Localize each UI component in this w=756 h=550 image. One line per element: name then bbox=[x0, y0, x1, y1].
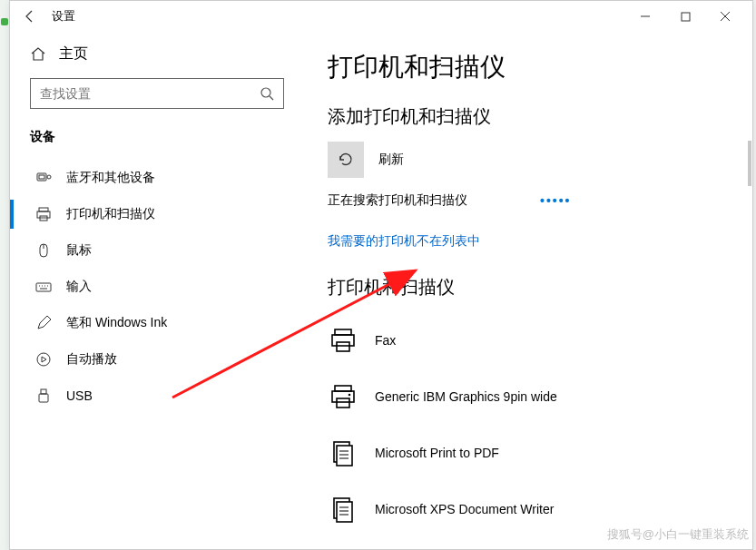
svg-rect-22 bbox=[332, 335, 354, 346]
print-to-pdf-icon bbox=[328, 437, 358, 468]
svg-rect-25 bbox=[332, 391, 354, 402]
sidebar-item-label: 鼠标 bbox=[66, 242, 92, 259]
add-heading: 添加打印机和扫描仪 bbox=[328, 104, 725, 129]
svg-point-6 bbox=[47, 175, 51, 179]
titlebar: 设置 bbox=[10, 1, 752, 32]
minimize-button[interactable] bbox=[625, 3, 665, 30]
svg-rect-34 bbox=[337, 502, 352, 522]
search-input[interactable] bbox=[40, 86, 260, 101]
page-title: 打印机和扫描仪 bbox=[328, 50, 725, 84]
mouse-icon bbox=[35, 242, 52, 259]
refresh-row: 刷新 bbox=[328, 142, 725, 178]
sidebar-item-autoplay[interactable]: 自动播放 bbox=[30, 341, 284, 378]
svg-rect-24 bbox=[335, 386, 351, 391]
sidebar-item-printers[interactable]: 打印机和扫描仪 bbox=[30, 196, 284, 232]
device-item[interactable]: Fax bbox=[328, 312, 725, 368]
sidebar-item-label: USB bbox=[66, 388, 93, 403]
device-name: Fax bbox=[375, 333, 396, 348]
svg-rect-5 bbox=[39, 175, 44, 179]
pen-icon bbox=[35, 315, 52, 331]
printer-icon bbox=[35, 206, 52, 222]
svg-point-27 bbox=[349, 394, 351, 397]
svg-rect-26 bbox=[337, 398, 349, 408]
device-list: Fax Generic IBM Graphics 9pin wide Micro… bbox=[328, 312, 725, 537]
main-panel: 打印机和扫描仪 添加打印机和扫描仪 刷新 正在搜索打印机和扫描仪 ••••• 我… bbox=[300, 32, 752, 549]
close-button[interactable] bbox=[705, 3, 745, 30]
svg-rect-12 bbox=[36, 283, 51, 291]
section-heading: 设备 bbox=[30, 129, 284, 145]
refresh-button[interactable] bbox=[328, 142, 364, 178]
svg-rect-29 bbox=[337, 446, 352, 466]
svg-rect-21 bbox=[335, 329, 351, 335]
printer-icon bbox=[328, 381, 358, 412]
sidebar-item-label: 笔和 Windows Ink bbox=[66, 315, 167, 331]
sidebar: 主页 设备 蓝牙和其他设备 打印机和扫描仪 鼠标 bbox=[10, 32, 300, 549]
refresh-label: 刷新 bbox=[378, 152, 404, 168]
list-heading: 打印机和扫描仪 bbox=[328, 275, 725, 300]
maximize-button[interactable] bbox=[665, 3, 705, 30]
search-box[interactable] bbox=[30, 78, 284, 109]
home-label: 主页 bbox=[59, 44, 88, 64]
sidebar-item-label: 输入 bbox=[66, 279, 92, 295]
background-app-slice bbox=[0, 0, 9, 550]
device-name: Microsoft Print to PDF bbox=[375, 446, 499, 460]
printer-not-listed-link[interactable]: 我需要的打印机不在列表中 bbox=[328, 233, 480, 250]
fax-icon bbox=[328, 325, 358, 356]
keyboard-icon bbox=[35, 279, 52, 295]
home-icon bbox=[30, 46, 46, 63]
svg-point-18 bbox=[37, 353, 50, 366]
back-button[interactable] bbox=[17, 4, 43, 29]
xps-writer-icon bbox=[328, 494, 358, 525]
device-name: Microsoft XPS Document Writer bbox=[375, 502, 554, 516]
search-icon bbox=[260, 86, 274, 101]
svg-line-3 bbox=[270, 96, 273, 100]
svg-point-2 bbox=[261, 88, 270, 97]
sidebar-item-usb[interactable]: USB bbox=[30, 378, 284, 414]
sidebar-item-label: 自动播放 bbox=[66, 351, 117, 368]
sidebar-item-label: 蓝牙和其他设备 bbox=[66, 170, 155, 186]
bluetooth-icon bbox=[35, 170, 52, 186]
settings-window: 设置 主页 设备 bbox=[9, 0, 753, 550]
svg-rect-19 bbox=[41, 389, 46, 394]
svg-rect-20 bbox=[39, 394, 48, 402]
home-link[interactable]: 主页 bbox=[30, 41, 284, 78]
svg-rect-7 bbox=[39, 208, 48, 211]
sidebar-item-typing[interactable]: 输入 bbox=[30, 269, 284, 305]
usb-icon bbox=[35, 388, 52, 404]
watermark: 搜狐号@小白一键重装系统 bbox=[607, 526, 749, 543]
svg-rect-1 bbox=[682, 13, 690, 21]
svg-rect-8 bbox=[37, 211, 50, 218]
device-item[interactable]: Microsoft Print to PDF bbox=[328, 425, 725, 481]
svg-rect-23 bbox=[337, 342, 349, 351]
loading-dots-icon: ••••• bbox=[540, 193, 572, 208]
window-title: 设置 bbox=[52, 8, 75, 25]
sidebar-item-mouse[interactable]: 鼠标 bbox=[30, 232, 284, 269]
sidebar-item-pen[interactable]: 笔和 Windows Ink bbox=[30, 305, 284, 341]
sidebar-item-bluetooth[interactable]: 蓝牙和其他设备 bbox=[30, 160, 284, 196]
searching-status: 正在搜索打印机和扫描仪 bbox=[328, 192, 467, 209]
autoplay-icon bbox=[35, 351, 52, 368]
scrollbar-thumb[interactable] bbox=[748, 141, 751, 186]
refresh-icon bbox=[337, 151, 355, 169]
device-item[interactable]: Generic IBM Graphics 9pin wide bbox=[328, 368, 725, 425]
device-name: Generic IBM Graphics 9pin wide bbox=[375, 389, 557, 404]
sidebar-item-label: 打印机和扫描仪 bbox=[66, 206, 155, 222]
